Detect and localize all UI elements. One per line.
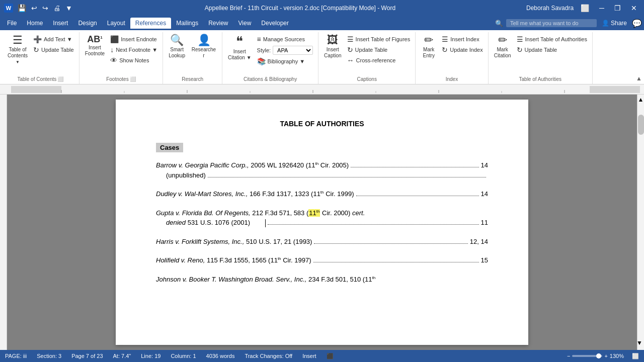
insert-index-label: Insert Index — [450, 36, 479, 42]
share-label: Share — [611, 20, 627, 27]
share-button[interactable]: 👤 Share — [602, 20, 627, 27]
insert-toa-icon: ☰ — [517, 35, 523, 43]
update-index-icon: ↻ — [442, 46, 448, 54]
print-preview-button[interactable]: 🖨 — [52, 4, 62, 13]
insert-toa-button[interactable]: ☰ Insert Table of Authorities — [515, 34, 589, 44]
menu-layout[interactable]: Layout — [102, 18, 130, 29]
comment-button[interactable]: 💬 — [632, 19, 642, 28]
toc-small-buttons: ➕ Add Text ▼ ↻ Update Table — [31, 33, 76, 55]
manage-sources-button[interactable]: ≡ Manage Sources — [255, 34, 315, 44]
scroll-down-button[interactable]: ▼ — [635, 338, 644, 348]
harris-page: 12, 14 — [470, 237, 488, 247]
toc-group-expand[interactable]: ⬜ — [57, 76, 63, 82]
insert-index-button[interactable]: ☰ Insert Index — [440, 34, 485, 44]
menu-view[interactable]: View — [233, 18, 257, 29]
case-entry-barrow: Barrow v. Georgia Pacific Corp., 2005 WL… — [156, 160, 488, 180]
next-footnote-button[interactable]: ↓ Next Footnote ▼ — [108, 45, 159, 55]
add-text-button[interactable]: ➕ Add Text ▼ — [31, 34, 76, 44]
menu-mailings[interactable]: Mailings — [171, 18, 203, 29]
cases-section: Cases Barrow v. Georgia Pacific Corp., 2… — [156, 143, 488, 284]
menu-design[interactable]: Design — [73, 18, 102, 29]
citations-small-buttons: ≡ Manage Sources Style: APA MLA Chicago … — [255, 33, 315, 66]
insert-tof-icon: ☰ — [347, 35, 354, 43]
gupta-line1: Gupta v. Florida Bd. Of Regents, 212 F.3… — [156, 208, 488, 218]
insert-mode[interactable]: Insert — [302, 353, 316, 359]
restore-button[interactable]: ❐ — [611, 3, 624, 13]
barrow-line2: (unpublished) — [156, 170, 488, 180]
statusbar-right: − + 130% ⬜ — [567, 353, 639, 359]
ribbon-collapse-button[interactable]: ⬜ — [578, 3, 592, 13]
ruler — [0, 84, 644, 95]
menu-search-area: 🔍 — [495, 19, 597, 27]
barrow-name: Barrow v. Georgia Pacific Corp., 2005 WL… — [156, 160, 349, 170]
smart-lookup-button[interactable]: 🔍 SmartLookup — [166, 33, 188, 73]
gupta-name: Gupta v. Florida Bd. Of Regents, 212 F.3… — [156, 208, 365, 218]
menu-file[interactable]: File — [2, 18, 22, 29]
zoom-out-button[interactable]: − — [567, 353, 570, 359]
menu-references[interactable]: References — [130, 18, 171, 29]
page-title: TABLE OF AUTHORITIES — [156, 120, 488, 128]
undo-button[interactable]: ↩ — [30, 4, 39, 13]
zoom-in-button[interactable]: + — [604, 353, 607, 359]
ribbon: ☰ Table ofContents ▼ ➕ Add Text ▼ ↻ Upda… — [0, 30, 644, 84]
style-select[interactable]: APA MLA Chicago — [273, 46, 313, 55]
manage-sources-label: Manage Sources — [263, 36, 305, 42]
citations-group-name: Citations & Bibliography — [244, 76, 297, 82]
toc-label: Table ofContents — [8, 47, 28, 59]
view-mode-button[interactable]: ⬜ — [632, 353, 639, 359]
redo-button[interactable]: ↪ — [41, 4, 50, 13]
track-changes-status[interactable]: Track Changes: Off — [245, 353, 292, 359]
show-notes-button[interactable]: 👁 Show Notes — [108, 55, 159, 65]
tell-me-input[interactable] — [506, 19, 597, 27]
table-of-contents-button[interactable]: ☰ Table ofContents ▼ — [5, 33, 30, 73]
insert-tof-button[interactable]: ☰ Insert Table of Figures — [345, 34, 413, 44]
update-index-label: Update Index — [450, 47, 482, 53]
update-toc-icon: ↻ — [33, 46, 39, 54]
update-captions-table-button[interactable]: ↻ Update Table — [345, 45, 413, 55]
insert-endnote-icon: ⬛ — [110, 35, 119, 43]
zoom-level[interactable]: 130% — [610, 353, 624, 359]
zoom-slider[interactable] — [572, 355, 602, 357]
smart-lookup-label: SmartLookup — [169, 47, 185, 59]
cross-reference-button[interactable]: ↔ Cross-reference — [345, 55, 413, 65]
researcher-button[interactable]: 👤 Researcher — [189, 33, 219, 73]
menu-home[interactable]: Home — [22, 18, 48, 29]
insert-caption-label: InsertCaption — [324, 47, 341, 59]
gupta-highlight: 11th — [308, 209, 320, 217]
bibliography-button[interactable]: 📚 Bibliography ▼ — [255, 56, 315, 66]
right-scrollbar[interactable]: ▲ ▼ — [637, 95, 644, 350]
document-scroll[interactable]: TABLE OF AUTHORITIES Cases Barrow v. Geo… — [7, 95, 637, 350]
menu-review[interactable]: Review — [203, 18, 233, 29]
mark-citation-button[interactable]: ✏ MarkCitation — [492, 33, 514, 73]
scroll-up-button[interactable]: ▲ — [636, 95, 644, 105]
macro-recorder[interactable]: ⬛ — [327, 353, 334, 359]
update-toc-label: Update Table — [41, 47, 74, 53]
scrollbar-thumb[interactable] — [638, 115, 644, 135]
mark-entry-button[interactable]: ✏ MarkEntry — [419, 33, 439, 73]
page-indicator: PAGE: iii — [5, 353, 27, 359]
document-page[interactable]: TABLE OF AUTHORITIES Cases Barrow v. Geo… — [116, 100, 528, 345]
barrow-dots — [351, 167, 478, 167]
save-button[interactable]: 💾 — [16, 4, 28, 13]
insert-citation-button[interactable]: ❝ InsertCitation ▼ — [225, 33, 254, 73]
close-button[interactable]: ✕ — [628, 3, 640, 13]
update-index-button[interactable]: ↻ Update Index — [440, 45, 485, 55]
ribbon-collapse-toggle[interactable]: ▲ — [636, 75, 642, 82]
insert-footnote-button[interactable]: AB1 InsertFootnote — [83, 33, 107, 73]
menu-insert[interactable]: Insert — [48, 18, 73, 29]
footnotes-group-label: Footnotes ⬜ — [106, 76, 135, 83]
minimize-button[interactable]: ─ — [596, 3, 607, 13]
app-title: Appellee Brief - 11th Circuit - version … — [74, 5, 526, 12]
update-toc-table-button[interactable]: ↻ Update Table — [31, 45, 76, 55]
zoom-thumb[interactable] — [596, 353, 601, 358]
insert-caption-button[interactable]: 🖼 InsertCaption — [321, 33, 344, 73]
update-toa-table-button[interactable]: ↻ Update Table — [515, 45, 589, 55]
insert-endnote-button[interactable]: ⬛ Insert Endnote — [108, 34, 159, 44]
customize-button[interactable]: ▼ — [64, 4, 74, 13]
insert-toa-label: Insert Table of Authorities — [525, 36, 587, 42]
section-indicator: Section: 3 — [37, 353, 61, 359]
footnotes-group-expand[interactable]: ⬜ — [130, 76, 136, 82]
cross-reference-label: Cross-reference — [356, 57, 396, 63]
menu-developer[interactable]: Developer — [256, 18, 294, 29]
research-group-content: 🔍 SmartLookup 👤 Researcher — [166, 33, 219, 76]
